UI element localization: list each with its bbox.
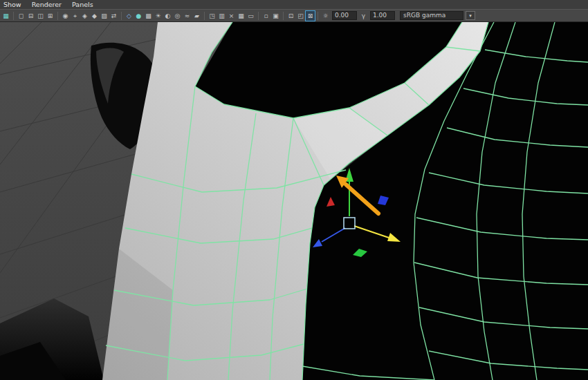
grid-toggle-icon[interactable]: ▦ [237,11,246,21]
two-pane-stacked-icon[interactable]: ⊟ [26,11,35,21]
toolbar-separator [318,12,318,20]
toolbar-separator [57,12,58,20]
two-pane-side-icon[interactable]: ◫ [36,11,45,21]
gamma-icon[interactable]: γ [359,11,368,21]
film-gate-icon[interactable]: ▭ [246,11,255,21]
xray-icon[interactable]: ▥ [217,11,226,21]
ambient-occlusion-icon[interactable]: ◎ [173,11,182,21]
panel-toolbar: ▦ ◻ ⊟ ◫ ⊞ ◉ ⌖ ◈ ◆ ▨ ⇄ ◇ ● ▩ ☀ ◐ ◎ ≈ ▰ ◳ … [0,9,588,22]
textured-mode-icon[interactable]: ▩ [144,11,153,21]
camera-select-icon[interactable]: ◉ [61,11,70,21]
pan-zoom-icon[interactable]: ⇄ [109,11,118,21]
toolbar-separator [258,12,259,20]
single-pane-icon[interactable]: ◻ [17,11,26,21]
view-transform-select[interactable]: sRGB gamma [400,11,463,20]
field-chart-icon[interactable]: ⊡ [286,11,295,21]
gamma-field[interactable]: 1.00 [370,11,395,20]
wireframe-mode-icon[interactable]: ◇ [125,11,134,21]
panel-menu-bar: Show Renderer Panels [0,0,588,9]
exposure-field[interactable]: 0.00 [332,11,357,20]
use-all-lights-icon[interactable]: ☀ [154,11,163,21]
motion-blur-icon[interactable]: ≈ [183,11,192,21]
menu-grid-icon[interactable]: ▦ [1,11,10,21]
exposure-icon[interactable]: ☼ [321,11,330,21]
shadows-icon[interactable]: ◐ [163,11,172,21]
safe-title-icon[interactable]: ⊠ [306,11,315,21]
chevron-down-icon[interactable]: ▾ [466,11,475,20]
anti-aliasing-icon[interactable]: ▰ [192,11,201,21]
resolution-gate-icon[interactable]: ▫ [261,11,270,21]
maya-viewport-panel: Show Renderer Panels ▦ ◻ ⊟ ◫ ⊞ ◉ ⌖ ◈ ◆ ▨… [0,0,588,380]
gate-mask-icon[interactable]: ▣ [271,11,280,21]
menu-renderer[interactable]: Renderer [32,0,62,9]
xray-joints-icon[interactable]: × [227,11,236,21]
menu-panels[interactable]: Panels [72,0,93,9]
four-pane-icon[interactable]: ⊞ [46,11,55,21]
camera-lock-icon[interactable]: ⌖ [71,11,80,21]
viewport-canvas [0,22,588,380]
viewport-3d[interactable] [0,22,588,380]
isolate-select-icon[interactable]: ◳ [208,11,217,21]
image-plane-icon[interactable]: ▨ [100,11,109,21]
toolbar-separator [13,12,14,20]
toolbar-separator [121,12,122,20]
smooth-shade-icon[interactable]: ● [134,11,143,21]
camera-attributes-icon[interactable]: ◈ [80,11,89,21]
bookmarks-icon[interactable]: ◆ [90,11,99,21]
toolbar-separator [283,12,284,20]
safe-action-icon[interactable]: ◰ [296,11,305,21]
toolbar-separator [204,12,205,20]
menu-show[interactable]: Show [3,0,21,9]
